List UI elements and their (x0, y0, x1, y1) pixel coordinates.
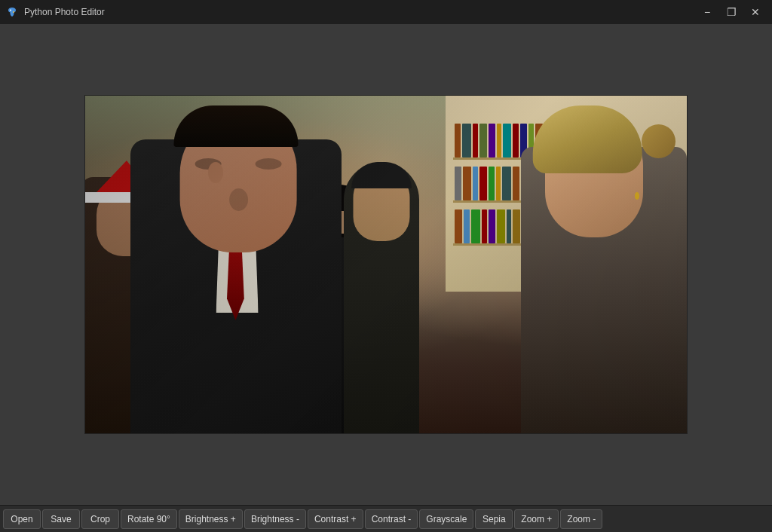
app-icon (6, 6, 18, 18)
char-bg-hair2 (351, 162, 412, 188)
grayscale-button[interactable]: Grayscale (419, 509, 473, 529)
image-canvas (84, 95, 688, 434)
char-main-hair (174, 105, 299, 147)
brightness-minus-button[interactable]: Brightness - (244, 509, 306, 529)
char-right-earring (635, 192, 639, 200)
char-right-figure (521, 102, 687, 433)
char-main-figure (130, 95, 342, 433)
window-controls: − ❐ ✕ (697, 5, 766, 20)
char-right-hair (533, 105, 642, 173)
crop-button[interactable]: Crop (81, 509, 119, 529)
svg-point-0 (10, 10, 11, 11)
close-button[interactable]: ✕ (745, 5, 766, 20)
toolbar: Open Save Crop Rotate 90° Brightness + B… (0, 505, 772, 532)
open-button[interactable]: Open (3, 509, 41, 529)
main-content (0, 24, 772, 505)
sepia-button[interactable]: Sepia (475, 509, 513, 529)
contrast-minus-button[interactable]: Contrast - (365, 509, 418, 529)
minimize-button[interactable]: − (697, 5, 718, 20)
svg-point-1 (13, 11, 14, 13)
zoom-plus-button[interactable]: Zoom + (514, 509, 559, 529)
char-main-nose (229, 188, 248, 211)
title-bar: Python Photo Editor − ❐ ✕ (0, 0, 772, 24)
char-main-ear (208, 162, 223, 183)
contrast-plus-button[interactable]: Contrast + (308, 509, 363, 529)
char-bg-suit (344, 162, 419, 433)
rotate90-button[interactable]: Rotate 90° (121, 509, 177, 529)
zoom-minus-button[interactable]: Zoom - (560, 509, 602, 529)
brightness-plus-button[interactable]: Brightness + (179, 509, 243, 529)
restore-button[interactable]: ❐ (721, 5, 742, 20)
scene-characters (85, 96, 687, 433)
window-title: Python Photo Editor (24, 7, 105, 17)
title-bar-left: Python Photo Editor (6, 6, 105, 18)
char-main-right-eye (256, 158, 282, 170)
char-right-bun (642, 124, 676, 158)
save-button[interactable]: Save (42, 509, 80, 529)
